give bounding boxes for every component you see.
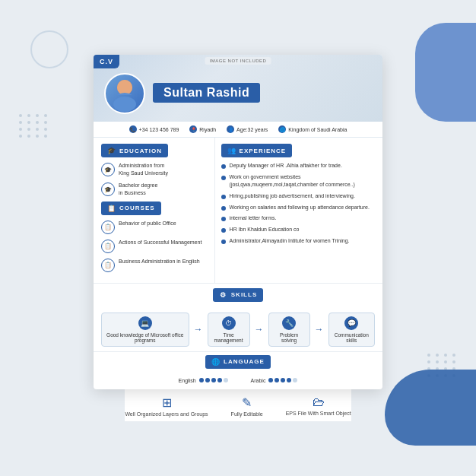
skill-item-3: 💬 Communication skills	[328, 313, 375, 347]
exp-bullet-5	[221, 228, 226, 233]
page-footer: ⊞ Well Organized Layers and Groups ✎ Ful…	[125, 389, 351, 421]
exp-bullet-1	[221, 176, 226, 180]
resume-card: IMAGE NOT INCLUDED C.V Sultan Rashid 📞 +…	[94, 55, 382, 389]
course-text-2: Actions of Successful Management	[119, 239, 202, 246]
phone-contact: 📞 +34 123 456 789	[129, 125, 179, 133]
language-title: 🌐 LANGUAGE	[205, 355, 271, 369]
image-not-included-label: IMAGE NOT INCLUDED	[205, 57, 271, 65]
location-icon: 📍	[189, 125, 197, 133]
svg-point-1	[113, 97, 136, 112]
skills-grid: 💻 Good knowledge of Microsoft office pro…	[101, 313, 375, 347]
skills-header: ⚙ SKILLS	[101, 288, 375, 306]
exp-bullet-0	[221, 164, 226, 169]
exp-item-5: HR Ibn Khaldun Education co	[221, 226, 375, 233]
edit-icon: ✎	[231, 395, 263, 410]
name-block: Sultan Rashid	[153, 83, 260, 103]
edu-item-2: 🎓 Bachelor degree in Business	[101, 182, 210, 197]
contact-bar: 📞 +34 123 456 789 📍 Riyadh 👤 Age:32 year…	[94, 122, 382, 138]
lang-dot	[274, 378, 279, 382]
skill-icon-0: 💻	[138, 316, 152, 330]
edu-item-1: 🎓 Administration from King Saud Universi…	[101, 162, 210, 177]
bg-dots-left-decoration	[19, 114, 49, 138]
lang-dot	[199, 378, 204, 382]
lang-dot	[281, 378, 285, 382]
exp-item-0: Deputy Manager of HR .Alhia aftakher for…	[221, 162, 375, 170]
exp-text-1: Work on government websites (josi,qwa,mu…	[230, 173, 375, 189]
exp-bullet-2	[221, 195, 226, 199]
exp-item-6: Administrator,Almayadin Intitute for wom…	[221, 237, 375, 245]
language-icon: 🌐	[211, 357, 221, 367]
exp-bullet-3	[221, 206, 226, 211]
experience-header: 👥 EXPERIENCE	[221, 144, 293, 157]
exp-item-1: Work on government websites (josi,qwa,mu…	[221, 173, 375, 189]
language-section: 🌐 LANGUAGE English Arabic	[94, 351, 382, 389]
education-header: 🎓 EDUCATION	[101, 144, 168, 157]
bg-blob-top-right	[415, 23, 476, 122]
edu-icon-1: 🎓	[101, 163, 115, 176]
course-item-2: 📋 Actions of Successful Management	[101, 239, 210, 253]
skill-arrow-1: →	[194, 324, 203, 335]
avatar	[104, 73, 145, 114]
exp-text-0: Deputy Manager of HR .Alhia aftakher for…	[230, 162, 342, 170]
full-name: Sultan Rashid	[153, 83, 260, 103]
exp-item-4: internal letter forms.	[221, 214, 375, 222]
lang-arabic-dots	[268, 378, 297, 382]
course-icon-2: 📋	[101, 240, 115, 253]
exp-bullet-4	[221, 217, 226, 221]
lang-english: English	[179, 378, 228, 383]
footer-label-2: EPS File With Smart Object	[286, 411, 351, 416]
lang-dot-empty	[224, 378, 228, 382]
resume-body: 🎓 EDUCATION 🎓 Administration from King S…	[94, 138, 382, 282]
resume-header: IMAGE NOT INCLUDED C.V Sultan Rashid	[94, 55, 382, 122]
exp-text-4: internal letter forms.	[230, 214, 277, 222]
footer-item-1: ✎ Fully Editable	[231, 395, 263, 417]
course-text-3: Business Administration in English	[119, 258, 200, 265]
edu-text-1: Administration from King Saud University	[119, 162, 168, 177]
experience-icon: 👥	[227, 146, 236, 155]
lang-arabic: Arabic	[251, 378, 298, 383]
lang-dot	[211, 378, 216, 382]
phone-icon: 📞	[129, 125, 137, 133]
lang-dot-empty	[293, 378, 297, 382]
lang-dot	[205, 378, 210, 382]
lang-dot	[287, 378, 291, 382]
exp-item-3: Working on salaries and following up att…	[221, 204, 375, 211]
exp-text-6: Administrator,Almayadin Intitute for wom…	[230, 237, 350, 245]
file-icon: 🗁	[286, 395, 351, 409]
age-contact: 👤 Age:32 years	[227, 125, 268, 133]
skills-section: ⚙ SKILLS 💻 Good knowledge of Microsoft o…	[94, 283, 382, 351]
cv-tag: C.V	[94, 55, 119, 68]
bg-blob-bottom-right	[385, 370, 476, 446]
courses-header: 📋 COURSES	[101, 202, 161, 215]
course-icon-1: 📋	[101, 221, 115, 234]
course-item-1: 📋 Behavior of public Office	[101, 220, 210, 234]
right-column: 👥 EXPERIENCE Deputy Manager of HR .Alhia…	[215, 138, 382, 282]
exp-text-5: HR Ibn Khaldun Education co	[230, 226, 300, 233]
bg-circle-decoration	[30, 30, 68, 68]
skill-icon-1: ⏱	[222, 316, 236, 330]
left-column: 🎓 EDUCATION 🎓 Administration from King S…	[94, 138, 215, 282]
footer-item-0: ⊞ Well Organized Layers and Groups	[125, 395, 208, 417]
exp-item-2: Hiring,publishing job advertisement, and…	[221, 192, 375, 200]
skill-icon-2: 🔧	[282, 316, 296, 330]
lang-english-dots	[199, 378, 228, 382]
layers-icon: ⊞	[125, 395, 208, 410]
exp-bullet-6	[221, 240, 226, 244]
lang-dot	[217, 378, 222, 382]
exp-text-2: Hiring,publishing job advertisement, and…	[230, 192, 355, 200]
skill-item-0: 💻 Good knowledge of Microsoft office pro…	[101, 313, 189, 347]
skill-icon-3: 💬	[344, 316, 358, 330]
footer-label-1: Fully Editable	[231, 411, 263, 417]
age-icon: 👤	[227, 125, 234, 133]
skills-title: ⚙ SKILLS	[213, 288, 263, 302]
lang-english-label: English	[179, 378, 196, 383]
language-header: 🌐 LANGUAGE	[101, 355, 375, 373]
course-icon-3: 📋	[101, 259, 115, 272]
skill-arrow-3: →	[315, 324, 324, 335]
footer-label-0: Well Organized Layers and Groups	[125, 411, 208, 417]
skill-item-2: 🔧 Problem solving	[268, 313, 310, 347]
course-item-3: 📋 Business Administration in English	[101, 258, 210, 272]
footer-item-2: 🗁 EPS File With Smart Object	[286, 395, 351, 417]
skill-item-1: ⏱ Time management	[208, 313, 250, 347]
language-row: English Arabic	[101, 378, 375, 383]
